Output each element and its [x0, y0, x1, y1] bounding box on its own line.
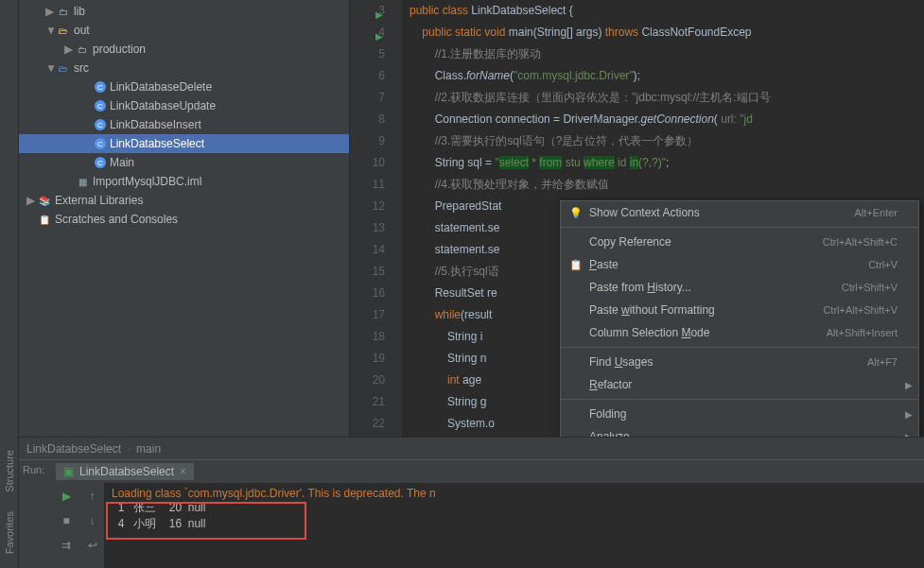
gutter-line: 14 [350, 239, 385, 261]
gutter-line: 16 [350, 283, 385, 304]
tree-label: LinkDatabaseDelete [110, 80, 212, 94]
menu-item-paste[interactable]: 📋PasteCtrl+V [561, 253, 918, 276]
layout-button[interactable]: ⇉ [57, 536, 76, 555]
menu-item-folding[interactable]: Folding▶ [561, 403, 918, 425]
tree-item-importmysqljdbciml[interactable]: ▦ImportMysqlJDBC.iml [19, 172, 349, 191]
gutter-line: 19 [350, 348, 385, 370]
run-tab[interactable]: ▣ LinkDatabseSelect × [56, 463, 194, 480]
tree-item-externallibraries[interactable]: ▶📚External Libraries [19, 191, 349, 210]
wrap-button[interactable]: ↩ [83, 536, 102, 555]
run-panel-label: Run: [19, 460, 52, 568]
menu-item-shortcut: Alt+Shift+Insert [827, 327, 898, 338]
tree-label: Scratches and Consoles [55, 213, 178, 226]
annotation-box-output [106, 502, 306, 540]
gutter-line: 10 [350, 152, 385, 174]
tree-item-out[interactable]: ▼🗁out [19, 21, 349, 40]
menu-item-show-context-actions[interactable]: 💡Show Context ActionsAlt+Enter [561, 201, 918, 224]
breadcrumb-sep-icon: › [127, 442, 131, 456]
editor-gutter: 3▶4▶5678910111213141516171819202122 [350, 0, 402, 437]
menu-item-label: Find Usages [589, 355, 867, 369]
tree-item-production[interactable]: ▶🗀production [19, 40, 349, 59]
run-tab-label: LinkDatabseSelect [79, 465, 174, 478]
menu-item-label: Folding [589, 407, 898, 421]
tree-item-linkdatabseselect[interactable]: CLinkDatabseSelect [19, 134, 349, 153]
tree-item-linkdatabaseupdate[interactable]: CLinkDatabaseUpdate [19, 96, 349, 115]
down-button[interactable]: ↓ [83, 511, 102, 530]
tree-label: LinkDatabseSelect [110, 137, 204, 150]
tree-arrow-icon: ▼ [45, 61, 55, 75]
class-icon: C [95, 157, 106, 168]
menu-item-shortcut: Ctrl+V [868, 259, 898, 270]
menu-item-column-selection-mode[interactable]: Column Selection ModeAlt+Shift+Insert [561, 321, 918, 344]
structure-tool-label[interactable]: Structure [4, 450, 15, 492]
tree-item-linkdatabasedelete[interactable]: CLinkDatabaseDelete [19, 77, 349, 96]
editor-context-menu: 💡Show Context ActionsAlt+EnterCopy Refer… [560, 200, 919, 437]
menu-item-copy-reference[interactable]: Copy ReferenceCtrl+Alt+Shift+C [561, 231, 918, 253]
menu-item-shortcut: Alt+F7 [867, 356, 898, 368]
console-output[interactable]: Loading class `com.mysql.jdbc.Driver'. T… [104, 483, 924, 568]
tree-item-scratchesandconsoles[interactable]: 📋Scratches and Consoles [19, 210, 349, 229]
menu-item-label: Paste without Formatting [589, 303, 823, 317]
gutter-line: 20 [350, 370, 385, 391]
menu-item-analyze[interactable]: Analyze▶ [561, 425, 918, 437]
rerun-button[interactable]: ▶ [57, 487, 76, 506]
favorites-tool-label[interactable]: Favorites [4, 511, 15, 554]
menu-item-paste-without-formatting[interactable]: Paste without FormattingCtrl+Alt+Shift+V [561, 299, 918, 321]
menu-item-paste-from-history-[interactable]: Paste from History...Ctrl+Shift+V [561, 276, 918, 299]
folder-icon: 🗀 [57, 5, 70, 18]
submenu-arrow-icon: ▶ [905, 380, 913, 390]
menu-item-shortcut: Ctrl+Alt+Shift+C [823, 236, 898, 248]
menu-item-find-usages[interactable]: Find UsagesAlt+F7 [561, 351, 918, 373]
menu-separator [561, 399, 918, 400]
menu-item-shortcut: Alt+Enter [854, 207, 898, 218]
folder-open-icon: 🗁 [57, 24, 70, 37]
gutter-line: 21 [350, 391, 385, 413]
breadcrumb-method[interactable]: main [136, 442, 161, 456]
menu-separator [561, 227, 918, 228]
run-tab-icon: ▣ [63, 465, 74, 478]
menu-item-shortcut: Ctrl+Alt+Shift+V [823, 304, 898, 316]
scratch-icon: 📋 [38, 213, 51, 226]
menu-item-label: Copy Reference [589, 235, 823, 249]
breadcrumb-class[interactable]: LinkDatabseSelect [26, 442, 121, 456]
console-line: Loading class `com.mysql.jdbc.Driver'. T… [112, 487, 916, 500]
tree-item-src[interactable]: ▼🗁src [19, 59, 349, 77]
tree-label: Main [110, 156, 134, 169]
menu-separator [561, 347, 918, 348]
tree-item-lib[interactable]: ▶🗀lib [19, 2, 349, 21]
src-folder-icon: 🗁 [57, 61, 70, 75]
menu-item-refactor[interactable]: Refactor▶ [561, 373, 918, 396]
up-button[interactable]: ↑ [83, 487, 102, 506]
run-panel: Run: ▣ LinkDatabseSelect × ▶ ■ ⇉ ↑ ↓ ↩ L… [19, 459, 924, 568]
gutter-line: 4▶ [350, 22, 385, 43]
stop-button[interactable]: ■ [57, 511, 76, 530]
library-icon: 📚 [38, 194, 51, 207]
submenu-arrow-icon: ▶ [905, 409, 913, 420]
class-icon: C [95, 100, 106, 112]
gutter-line: 8 [350, 109, 385, 130]
tree-label: out [74, 24, 90, 37]
class-icon: C [95, 81, 106, 93]
menu-item-label: Show Context Actions [589, 206, 854, 219]
run-toolbar: ▶ ■ ⇉ [52, 483, 80, 568]
code-editor[interactable]: 3▶4▶5678910111213141516171819202122 publ… [350, 0, 924, 437]
gutter-line: 3▶ [350, 0, 385, 22]
tree-label: LinkDatabaseUpdate [110, 99, 216, 112]
tree-label: src [74, 61, 89, 75]
gutter-line: 9 [350, 130, 385, 152]
tree-item-main[interactable]: CMain [19, 153, 349, 172]
gutter-line: 15 [350, 261, 385, 283]
tree-item-linkdatabseinsert[interactable]: CLinkDatabseInsert [19, 115, 349, 134]
gutter-line: 6 [350, 65, 385, 87]
gutter-line: 11 [350, 174, 385, 196]
tree-label: LinkDatabseInsert [110, 118, 201, 131]
tree-label: External Libraries [55, 194, 143, 207]
gutter-line: 12 [350, 196, 385, 217]
menu-item-icon: 📋 [568, 259, 584, 271]
run-tab-bar: ▣ LinkDatabseSelect × [52, 460, 924, 483]
menu-item-label: Refactor [589, 378, 898, 391]
project-tree: ▶🗀lib▼🗁out▶🗀production▼🗁srcCLinkDatabase… [19, 0, 350, 437]
gutter-line: 13 [350, 217, 385, 239]
close-icon[interactable]: × [180, 465, 186, 478]
breadcrumb-bar: LinkDatabseSelect › main [19, 437, 924, 459]
